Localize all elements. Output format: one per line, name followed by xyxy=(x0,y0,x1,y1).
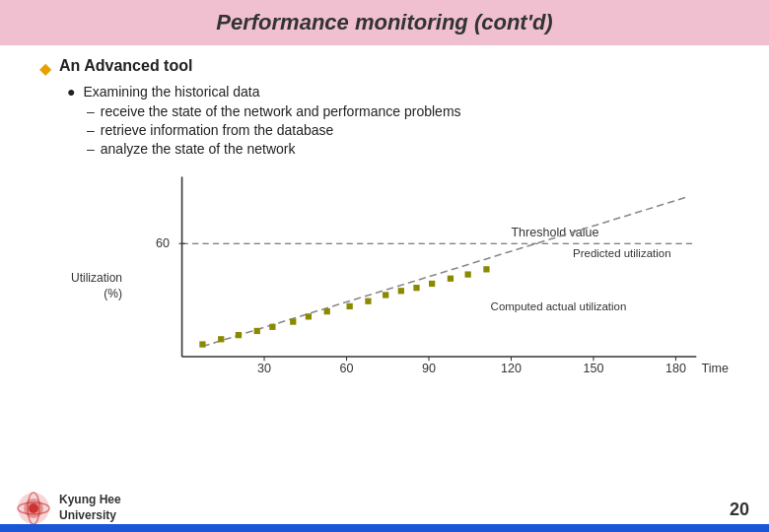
svg-text:150: 150 xyxy=(584,362,604,375)
svg-rect-24 xyxy=(269,324,275,330)
university-logo-icon xyxy=(16,491,51,526)
svg-rect-27 xyxy=(324,308,330,314)
svg-text:90: 90 xyxy=(422,362,436,375)
slide-container: Performance monitoring (cont'd) ◆ An Adv… xyxy=(0,0,769,532)
chart-svg: Threshold value 60 30 60 90 120 150 180 … xyxy=(128,166,730,403)
svg-rect-35 xyxy=(465,271,471,277)
svg-text:Time (days): Time (days) xyxy=(702,362,730,375)
svg-rect-20 xyxy=(199,341,205,347)
footer-logo-area: Kyung Hee University xyxy=(0,491,197,526)
main-bullet-text: An Advanced tool xyxy=(59,57,192,75)
list-item-3: – analyze the state of the network xyxy=(87,141,730,157)
svg-rect-31 xyxy=(398,288,404,294)
list-item-1: – receive the state of the network and p… xyxy=(87,103,730,119)
svg-text:30: 30 xyxy=(257,362,271,375)
list-item-text-2: retrieve information from the database xyxy=(101,122,334,138)
university-name: Kyung Hee University xyxy=(59,493,121,523)
svg-text:Predicted utilization: Predicted utilization xyxy=(573,247,670,259)
title-bar: Performance monitoring (cont'd) xyxy=(0,0,769,45)
content-area: ◆ An Advanced tool ● Examining the histo… xyxy=(0,57,769,407)
dash-icon-1: – xyxy=(87,103,95,119)
svg-rect-22 xyxy=(236,332,242,338)
dash-icon-2: – xyxy=(87,122,95,138)
page-number: 20 xyxy=(730,499,749,520)
svg-rect-26 xyxy=(306,313,312,319)
dash-list: – receive the state of the network and p… xyxy=(87,103,730,157)
y-axis-label: Utilization (%) xyxy=(59,166,128,407)
svg-rect-28 xyxy=(347,303,353,309)
svg-rect-29 xyxy=(365,299,371,304)
sub-bullet-text: Examining the historical data xyxy=(83,84,259,100)
svg-rect-30 xyxy=(383,292,388,298)
svg-point-40 xyxy=(29,503,38,513)
svg-text:60: 60 xyxy=(340,362,354,375)
circle-bullet-icon: ● xyxy=(67,84,75,100)
list-item-text-1: receive the state of the network and per… xyxy=(101,103,461,119)
svg-rect-36 xyxy=(483,266,489,272)
dash-icon-3: – xyxy=(87,141,95,157)
chart-section: Utilization (%) Threshold value 60 xyxy=(39,166,730,407)
svg-rect-25 xyxy=(290,318,296,324)
main-bullet: ◆ An Advanced tool xyxy=(39,57,730,78)
list-item-text-3: analyze the state of the network xyxy=(101,141,296,157)
svg-rect-23 xyxy=(254,328,260,334)
footer-blue-bar xyxy=(0,524,769,532)
footer: Kyung Hee University 20 xyxy=(0,485,769,532)
list-item-2: – retrieve information from the database xyxy=(87,122,730,138)
svg-text:120: 120 xyxy=(501,362,522,375)
diamond-icon: ◆ xyxy=(39,59,51,78)
svg-text:60: 60 xyxy=(156,236,170,250)
slide-title: Performance monitoring (cont'd) xyxy=(216,10,552,34)
svg-rect-32 xyxy=(413,285,419,291)
svg-rect-34 xyxy=(448,276,454,282)
svg-rect-33 xyxy=(429,281,435,287)
svg-text:Computed actual utilization: Computed actual utilization xyxy=(491,300,627,312)
svg-rect-21 xyxy=(218,336,224,342)
svg-text:180: 180 xyxy=(665,362,686,375)
chart-wrapper: Threshold value 60 30 60 90 120 150 180 … xyxy=(128,166,730,407)
